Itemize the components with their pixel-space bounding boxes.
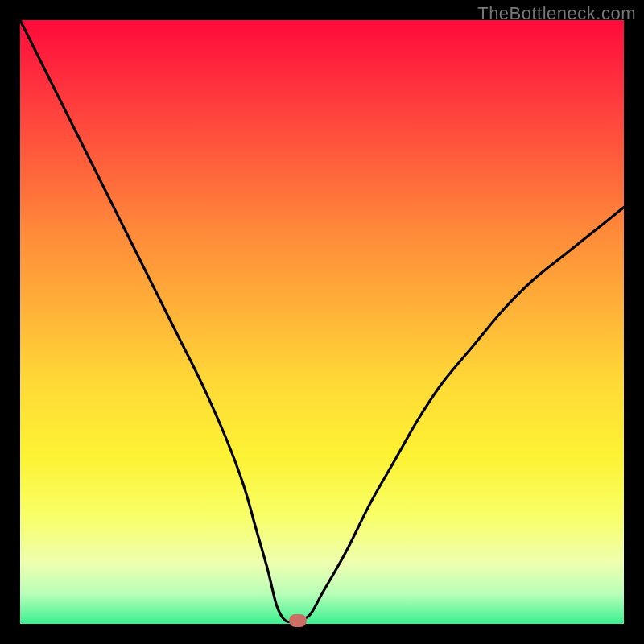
plot-area (20, 20, 624, 624)
optimum-marker (289, 614, 307, 627)
chart-frame: TheBottleneck.com (0, 0, 644, 644)
bottleneck-curve (20, 20, 624, 624)
watermark-text: TheBottleneck.com (477, 3, 636, 24)
